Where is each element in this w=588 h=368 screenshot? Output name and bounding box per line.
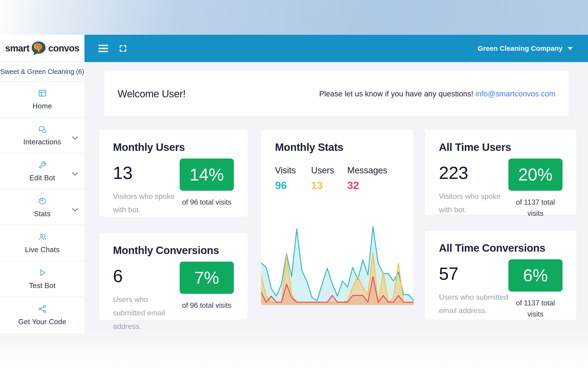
visits-stat: Visits 96 xyxy=(275,166,311,192)
sidebar-item-label: Get Your Code xyxy=(18,318,66,326)
logo-text-smart: smart xyxy=(5,43,29,54)
play-icon xyxy=(38,268,47,277)
monthly-users-card: Monthly Users 13 Visitors who spoke with… xyxy=(99,130,248,217)
all-time-users-card: All Time Users 223 Visitors who spoke wi… xyxy=(425,130,576,215)
logo-text-convos: convos xyxy=(48,43,79,54)
welcome-card: Welcome User! Please let us know if you … xyxy=(104,71,569,116)
monthly-users-value: 13 xyxy=(113,163,180,183)
wrench-icon xyxy=(38,160,47,170)
users-stat: Users 13 xyxy=(311,166,347,192)
sidebar-item-live-chats[interactable]: Live Chats xyxy=(0,225,85,261)
sidebar-account-name[interactable]: Sweet & Green Cleaning (6) xyxy=(0,62,85,82)
all-time-conversions-card: All Time Conversions 57 Users who submit… xyxy=(425,230,576,320)
messages-value: 32 xyxy=(347,179,387,192)
monthly-users-total: of 96 total visits xyxy=(180,197,234,208)
brain-bubble-logo-icon xyxy=(31,41,46,55)
sidebar-item-label: Stats xyxy=(34,210,51,218)
all-time-conversions-percent-badge: 6% xyxy=(508,259,562,292)
card-title: All Time Users xyxy=(439,141,562,153)
smartconvos-dashboard: smart convos Sweet & Green Cleaning (6) xyxy=(0,0,588,368)
sidebar-item-label: Home xyxy=(33,102,52,110)
layout-icon xyxy=(38,89,47,98)
all-time-conversions-total: of 1137 total visits xyxy=(508,298,562,320)
sidebar-item-stats[interactable]: Stats xyxy=(0,189,85,225)
messages-label: Messages xyxy=(347,166,387,175)
main-content: Welcome User! Please let us know if you … xyxy=(85,62,588,333)
company-name: Green Cleaning Company xyxy=(478,45,562,52)
sidebar-item-label: Live Chats xyxy=(25,246,60,254)
chat-bubbles-icon xyxy=(37,124,47,134)
monthly-conversions-desc: Users who submitted email address. xyxy=(113,293,180,333)
chevron-down-icon xyxy=(72,172,78,177)
page-background-bottom xyxy=(0,333,588,368)
pie-chart-icon xyxy=(38,196,47,206)
sidebar-item-test-bot[interactable]: Test Bot xyxy=(0,261,85,297)
chevron-down-icon xyxy=(72,136,78,141)
all-time-users-total: of 1137 total visits xyxy=(508,197,562,219)
sidebar-item-edit-bot[interactable]: Edit Bot xyxy=(0,153,85,189)
card-title: All Time Conversions xyxy=(439,242,562,254)
sidebar-item-home[interactable]: Home xyxy=(0,82,85,118)
messages-stat: Messages 32 xyxy=(347,166,387,192)
fullscreen-button[interactable] xyxy=(119,44,127,53)
sidebar-item-get-your-code[interactable]: Get Your Code xyxy=(0,297,85,333)
sidebar: smart convos Sweet & Green Cleaning (6) xyxy=(0,35,85,333)
monthly-users-percent-badge: 14% xyxy=(180,158,234,191)
topbar: Green Cleaning Company xyxy=(85,35,588,62)
card-title: Monthly Users xyxy=(113,141,234,153)
chevron-down-icon xyxy=(72,208,78,213)
sidebar-item-label: Test Bot xyxy=(29,282,55,290)
support-email-link[interactable]: info@smartconvos.com xyxy=(475,90,555,98)
welcome-title: Welcome User! xyxy=(118,88,185,100)
monthly-stats-row: Visits 96 Users 13 Messages 32 xyxy=(275,166,400,192)
welcome-message: Please let us know if you have any quest… xyxy=(319,90,555,98)
visits-label: Visits xyxy=(275,166,311,175)
monthly-users-desc: Visitors who spoke with bot. xyxy=(113,190,180,216)
caret-down-icon xyxy=(568,47,573,50)
users-value: 13 xyxy=(311,179,347,192)
monthly-stats-area-chart xyxy=(261,223,414,305)
card-title: Monthly Stats xyxy=(275,141,400,153)
monthly-conversions-total: of 96 total visits xyxy=(180,300,234,311)
sidebar-item-interactions[interactable]: Interactions xyxy=(0,118,85,153)
monthly-conversions-card: Monthly Conversions 6 Users who submitte… xyxy=(99,233,248,320)
welcome-message-text: Please let us know if you have any quest… xyxy=(319,90,474,98)
visits-value: 96 xyxy=(275,179,311,192)
all-time-users-desc: Visitors who spoke with bot. xyxy=(439,190,508,216)
menu-toggle-button[interactable] xyxy=(98,45,108,52)
sidebar-item-label: Edit Bot xyxy=(29,174,55,182)
account-dropdown[interactable]: Green Cleaning Company xyxy=(478,45,573,52)
all-time-conversions-value: 57 xyxy=(439,264,508,284)
sidebar-item-label: Interactions xyxy=(23,138,61,146)
all-time-users-value: 223 xyxy=(439,163,508,183)
people-icon xyxy=(37,232,47,241)
logo[interactable]: smart convos xyxy=(0,35,85,62)
users-label: Users xyxy=(311,166,347,175)
all-time-conversions-desc: Users who submitted email address. xyxy=(439,291,508,317)
share-icon xyxy=(38,304,47,313)
monthly-conversions-value: 6 xyxy=(113,266,180,286)
page-background-top xyxy=(0,0,588,35)
card-title: Monthly Conversions xyxy=(113,244,234,257)
all-time-users-percent-badge: 20% xyxy=(508,158,562,191)
monthly-conversions-percent-badge: 7% xyxy=(180,262,234,294)
monthly-stats-card: Monthly Stats Visits 96 Users 13 Message… xyxy=(261,130,414,305)
